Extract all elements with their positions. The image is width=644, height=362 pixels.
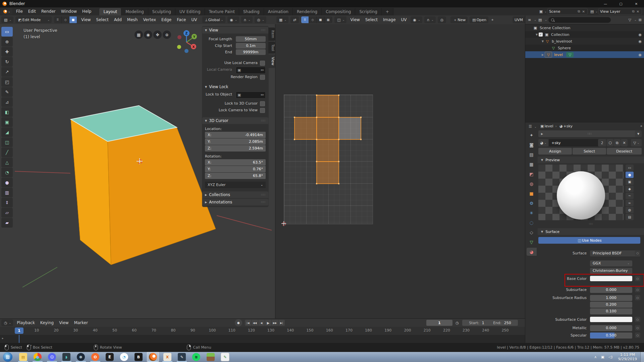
workspace-tab-compositing[interactable]: Compositing: [322, 8, 355, 15]
unlink-material-icon[interactable]: ✕: [621, 139, 628, 146]
add-workspace-button[interactable]: +: [382, 8, 393, 15]
properties-tab-render[interactable]: ◙: [527, 141, 537, 149]
clip-start-field[interactable]: 0.1m: [236, 43, 266, 49]
eyedropper-icon[interactable]: ✏: [261, 93, 264, 97]
lock-3d-cursor-checkbox[interactable]: [260, 101, 265, 106]
workspace-tab-uv-editing[interactable]: UV Editing: [175, 8, 205, 15]
keyframe-dot-icon[interactable]: ○: [635, 250, 640, 256]
workspace-tab-shading[interactable]: Shading: [239, 8, 264, 15]
workspace-tab-scripting[interactable]: Scripting: [355, 8, 381, 15]
render-region-checkbox[interactable]: [260, 75, 265, 80]
viewport-menu-vertex[interactable]: Vertex: [140, 16, 159, 24]
properties-tab-scene[interactable]: ◩: [527, 170, 537, 178]
next-keyframe-button[interactable]: ▶▶: [272, 320, 278, 326]
keyframe-dot-icon[interactable]: ○: [635, 333, 640, 338]
orientation-selector[interactable]: ⟂ Global⌄: [202, 16, 225, 23]
properties-editor-icon[interactable]: ☰: [529, 124, 532, 129]
breadcrumb-object[interactable]: level: [544, 124, 553, 128]
workspace-tab-texture-paint[interactable]: Texture Paint: [205, 8, 239, 15]
taskbar-app-hxd[interactable]: X: [161, 352, 173, 362]
taskbar-app-ubisoft[interactable]: ◔: [118, 352, 130, 362]
uv-editor[interactable]: [275, 24, 525, 318]
uv-menu-select[interactable]: Select: [363, 16, 380, 24]
preview-panel-header[interactable]: ▼Preview∷∷: [538, 157, 644, 163]
eye-visibility-icon[interactable]: ◉: [638, 39, 642, 44]
timeline-channel-area[interactable]: ▸: [0, 335, 525, 343]
tool-edge-slide[interactable]: ▥: [1, 188, 13, 197]
face-select-button[interactable]: ■: [69, 16, 77, 23]
properties-tab-physics[interactable]: ◌: [527, 219, 537, 227]
cursor-location-z[interactable]: Z:2.594m: [205, 145, 266, 152]
timeline-ruler[interactable]: 1102030405060708090100110120130140150160…: [0, 327, 525, 335]
taskbar-app-teamspeak[interactable]: ◗: [60, 352, 72, 362]
menu-render[interactable]: Render: [39, 7, 58, 15]
taskbar-app-minecraft[interactable]: [205, 352, 217, 362]
n-panel-tab-view[interactable]: View: [268, 54, 275, 68]
tool-rip-region[interactable]: ▰: [1, 218, 13, 228]
expand-channels-icon[interactable]: ▸: [2, 337, 4, 340]
preview-type-sphere[interactable]: ●: [626, 172, 634, 178]
properties-tab-constraints[interactable]: ◇: [527, 228, 537, 236]
end-frame-field[interactable]: End:250: [486, 320, 518, 326]
proportional-editing-toggle[interactable]: ◎⌄: [255, 16, 266, 23]
view-layer-browse-icon[interactable]: ▤: [590, 9, 594, 14]
expand-arrow-icon[interactable]: ▼: [535, 33, 539, 36]
workspace-tab-modeling[interactable]: Modeling: [121, 8, 148, 15]
uv-menu-image[interactable]: Image: [380, 16, 398, 24]
timeline-menu-view[interactable]: View: [56, 319, 71, 327]
play-reverse-button[interactable]: ◀: [258, 320, 265, 326]
tool-select-box[interactable]: ▭: [1, 27, 13, 37]
display-mode-icon[interactable]: ≡: [528, 18, 531, 22]
volume-icon[interactable]: ◁): [608, 355, 613, 359]
workspace-tab-rendering[interactable]: Rendering: [293, 8, 322, 15]
tool-measure[interactable]: ⊿: [1, 97, 13, 107]
taskbar-app-steam[interactable]: ☸: [75, 352, 87, 362]
assign-button[interactable]: Assign: [538, 148, 572, 155]
playhead-frame-badge[interactable]: 1: [15, 327, 23, 334]
pin-icon[interactable]: ⌖: [640, 124, 642, 128]
slider-subsurface-radius-0[interactable]: 1.000: [590, 295, 632, 301]
viewport-3d[interactable]: ▭⊕✚↻↗◰✎⊿◧▣◢◫╱△◔●▥⇕▱▰ User Perspective (1…: [0, 24, 275, 318]
cursor-rotation-y[interactable]: Y:0.76°: [205, 166, 266, 172]
surface-shader-field[interactable]: Principled BSDF○: [590, 250, 640, 256]
material-slots-list[interactable]: ▶∷∷: [538, 130, 639, 137]
new-scene-icon[interactable]: ⧉: [578, 9, 580, 13]
viewport-menu-view[interactable]: View: [78, 16, 93, 24]
preview-type-flat[interactable]: ▭: [626, 165, 634, 171]
scene-browse-icon[interactable]: ▣: [539, 9, 543, 14]
outliner-item-collection[interactable]: ▼✓▣Collection◉: [525, 31, 644, 38]
surface-panel-header[interactable]: ▼Surface∷∷: [538, 228, 644, 235]
viewport-menu-edge[interactable]: Edge: [159, 16, 174, 24]
tool-bevel[interactable]: ◢: [1, 127, 13, 137]
viewport-menu-select[interactable]: Select: [94, 16, 111, 24]
keyframe-dot-icon[interactable]: ○: [635, 287, 640, 292]
deselect-button[interactable]: Deselect: [607, 148, 642, 155]
viewport-menu-face[interactable]: Face: [174, 16, 189, 24]
material-name-field[interactable]: +sky: [549, 139, 600, 146]
tool-cursor[interactable]: ⊕: [1, 37, 13, 47]
taskbar-app-start[interactable]: ⊞: [1, 352, 15, 362]
unlink-scene-icon[interactable]: ✕: [582, 10, 585, 13]
view-panel-header[interactable]: ▼View∷∷: [202, 27, 268, 34]
dropdown-ggx[interactable]: GGX⌄: [590, 260, 632, 266]
uv-proportional-toggle[interactable]: ◎: [438, 16, 446, 23]
properties-tab-output[interactable]: ▤: [527, 150, 537, 159]
lock-to-object-field[interactable]: ▣✏: [236, 92, 266, 99]
tool-annotate[interactable]: ✎: [1, 87, 13, 97]
preview-type-cube[interactable]: ▣: [626, 179, 634, 185]
color-swatch[interactable]: [590, 317, 632, 322]
taskbar-app-origin[interactable]: O: [89, 352, 101, 362]
filter-icon[interactable]: ▽: [629, 18, 631, 22]
remove-view-layer-icon[interactable]: ✕: [637, 10, 639, 13]
local-camera-field[interactable]: ▣✏: [236, 67, 266, 74]
pivot-selector[interactable]: ◉⌄: [227, 16, 239, 23]
panel-grip-icon[interactable]: ∷∷: [261, 28, 266, 32]
toggle-overlays-button[interactable]: ▦: [135, 31, 143, 39]
slider-metallic[interactable]: 0.000: [590, 325, 632, 331]
prev-keyframe-button[interactable]: ◀◀: [252, 320, 258, 326]
fake-user-shield-icon[interactable]: ⬡: [607, 139, 613, 146]
close-button[interactable]: ✕: [629, 0, 644, 7]
mode-selector[interactable]: ◩ Edit Mode ⌄: [15, 16, 52, 23]
uv-sticky-selector[interactable]: ◫⌄: [334, 16, 346, 23]
uv-vertex-select-button[interactable]: ⠿: [301, 16, 309, 23]
